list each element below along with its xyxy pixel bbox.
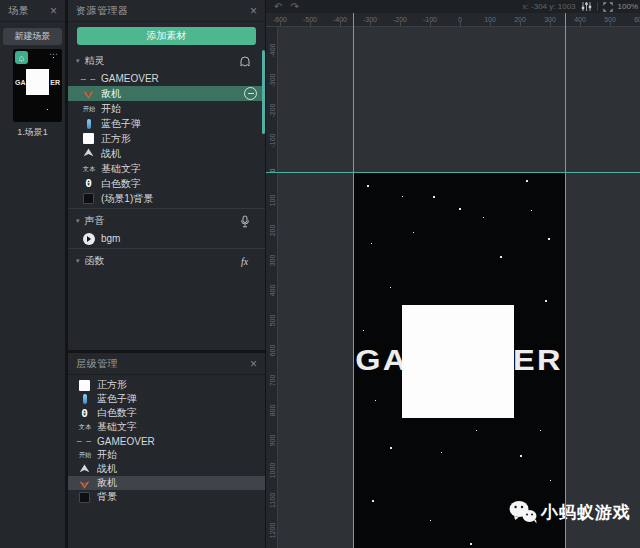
v-ruler-label: 0 bbox=[269, 158, 276, 184]
v-ruler-label: 300 bbox=[269, 248, 276, 274]
h-ruler-tick bbox=[430, 22, 431, 26]
item-dark-square[interactable]: 背景 bbox=[68, 490, 265, 504]
home-icon: ⌂ bbox=[15, 51, 28, 64]
fit-screen-icon[interactable] bbox=[603, 2, 613, 12]
digit-zero-icon: 0 bbox=[82, 177, 95, 190]
v-ruler-label: 1200 bbox=[269, 518, 276, 544]
text-glyph: 文本 bbox=[82, 164, 94, 173]
resource-panel-title: 资源管理器 bbox=[76, 4, 129, 18]
v-ruler-label: 400 bbox=[269, 278, 276, 304]
toolbar-divider bbox=[597, 2, 598, 11]
section-fx[interactable]: ▾函数fx bbox=[68, 251, 265, 271]
thumb-white-square bbox=[26, 69, 49, 95]
start-text-icon: 开始 bbox=[82, 102, 95, 115]
layer-manager-panel: 层级管理 × 正方形蓝色子弹0白色数字文本基础文字– –GAMEOVER开始开始… bbox=[68, 353, 265, 548]
scene-item-label: 1.场景1 bbox=[0, 126, 65, 139]
undo-icon[interactable]: ↶ bbox=[274, 2, 282, 12]
star bbox=[548, 238, 550, 240]
item-label: 正方形 bbox=[97, 378, 257, 392]
star bbox=[520, 455, 522, 457]
star bbox=[367, 185, 369, 187]
v-ruler-label: 1000 bbox=[269, 458, 276, 484]
item-label: 正方形 bbox=[101, 132, 257, 146]
chevron-down-icon: ▾ bbox=[76, 217, 80, 225]
dark-square-glyph bbox=[79, 492, 90, 503]
dark-square-glyph bbox=[83, 193, 94, 204]
sprite-icon-icon bbox=[238, 55, 251, 68]
item-dark-square[interactable]: (场景1)背景 bbox=[68, 191, 265, 206]
item-play[interactable]: bgm bbox=[68, 231, 265, 246]
item-digit-zero[interactable]: 0白色数字 bbox=[68, 176, 265, 191]
resource-tree: ▾精灵– –GAMEOVER敌机开始开始蓝色子弹正方形战机文本基础文字0白色数字… bbox=[68, 51, 265, 271]
item-enemy-plane[interactable]: 敌机 bbox=[68, 86, 265, 101]
item-white-square[interactable]: 正方形 bbox=[68, 378, 265, 392]
scene-thumbnail[interactable]: ⌂ ⋯ GA ER bbox=[13, 49, 62, 122]
section-divider bbox=[68, 248, 265, 249]
filter-sliders-icon[interactable] bbox=[581, 1, 592, 12]
v-ruler-label: -100 bbox=[269, 128, 276, 154]
stage-right-guide-line bbox=[565, 13, 566, 548]
start-glyph: 开始 bbox=[82, 104, 94, 113]
item-label: bgm bbox=[101, 233, 257, 244]
dash-icon: – – bbox=[78, 435, 91, 448]
add-material-button[interactable]: 添加素材 bbox=[77, 27, 256, 45]
item-blue-bullet[interactable]: 蓝色子弹 bbox=[68, 116, 265, 131]
item-digit-zero[interactable]: 0白色数字 bbox=[68, 406, 265, 420]
section-sprite[interactable]: ▾精灵 bbox=[68, 51, 265, 71]
basic-text-icon: 文本 bbox=[82, 162, 95, 175]
section-label: 声音 bbox=[85, 214, 238, 228]
dark-square-icon bbox=[78, 491, 91, 504]
item-basic-text[interactable]: 文本基础文字 bbox=[68, 420, 265, 434]
h-ruler-tick bbox=[580, 22, 581, 26]
h-ruler-tick bbox=[520, 22, 521, 26]
blue-bullet-glyph bbox=[83, 394, 87, 404]
cursor-coordinates: x: -304 y: 1003 bbox=[523, 2, 576, 11]
v-ruler-label: 600 bbox=[269, 338, 276, 364]
star bbox=[526, 180, 528, 182]
item-dash[interactable]: – –GAMEOVER bbox=[68, 71, 265, 86]
h-ruler-tick bbox=[400, 22, 401, 26]
resource-panel-header: 资源管理器 × bbox=[68, 0, 265, 22]
item-fighter-plane[interactable]: 战机 bbox=[68, 146, 265, 161]
zoom-level: 100% bbox=[618, 2, 638, 11]
v-ruler-label: -300 bbox=[269, 68, 276, 94]
game-stage[interactable]: GAMEOVER bbox=[353, 172, 565, 548]
resource-scrollbar-thumb[interactable] bbox=[262, 50, 265, 134]
close-icon[interactable]: × bbox=[50, 5, 57, 17]
new-scene-button[interactable]: 新建场景 bbox=[3, 28, 62, 45]
remove-icon[interactable] bbox=[244, 87, 257, 100]
item-start-text[interactable]: 开始开始 bbox=[68, 101, 265, 116]
star bbox=[430, 520, 431, 521]
vertical-ruler: -400-300-200-100010020030040050060070080… bbox=[266, 27, 278, 548]
white-square-icon bbox=[82, 132, 95, 145]
game-editor-app: 场景 × 新建场景 ⌂ ⋯ GA ER 1.场景1 资源管理器 × 添加素材 ▾… bbox=[0, 0, 640, 548]
item-dash[interactable]: – –GAMEOVER bbox=[68, 434, 265, 448]
star bbox=[545, 300, 547, 302]
item-enemy-plane[interactable]: 敌机 bbox=[68, 476, 265, 490]
item-label: 基础文字 bbox=[101, 162, 257, 176]
horizontal-ruler: -600-500-400-300-200-1000100200300400500… bbox=[266, 13, 640, 27]
star bbox=[551, 362, 553, 364]
fx-glyph: fx bbox=[241, 256, 248, 267]
item-fighter-plane[interactable]: 战机 bbox=[68, 462, 265, 476]
item-start-text[interactable]: 开始开始 bbox=[68, 448, 265, 462]
item-basic-text[interactable]: 文本基础文字 bbox=[68, 161, 265, 176]
item-blue-bullet[interactable]: 蓝色子弹 bbox=[68, 392, 265, 406]
star bbox=[470, 543, 472, 545]
white-square-glyph bbox=[83, 133, 94, 144]
item-label: (场景1)背景 bbox=[101, 192, 257, 206]
close-icon[interactable]: × bbox=[250, 5, 257, 17]
item-label: 敌机 bbox=[101, 87, 244, 101]
close-icon[interactable]: × bbox=[250, 358, 257, 370]
redo-icon[interactable]: ↷ bbox=[290, 2, 298, 12]
v-ruler-label: 1100 bbox=[269, 488, 276, 514]
item-label: 蓝色子弹 bbox=[101, 117, 257, 131]
white-square-sprite[interactable] bbox=[402, 305, 514, 418]
section-label: 精灵 bbox=[85, 54, 238, 68]
section-mic[interactable]: ▾声音 bbox=[68, 211, 265, 231]
item-white-square[interactable]: 正方形 bbox=[68, 131, 265, 146]
star bbox=[433, 196, 435, 198]
scene-menu-icon[interactable]: ⋯ bbox=[49, 49, 59, 59]
v-ruler-label: -400 bbox=[269, 38, 276, 64]
editor-canvas[interactable]: GAMEOVER 小蚂蚁游戏 bbox=[278, 27, 640, 548]
